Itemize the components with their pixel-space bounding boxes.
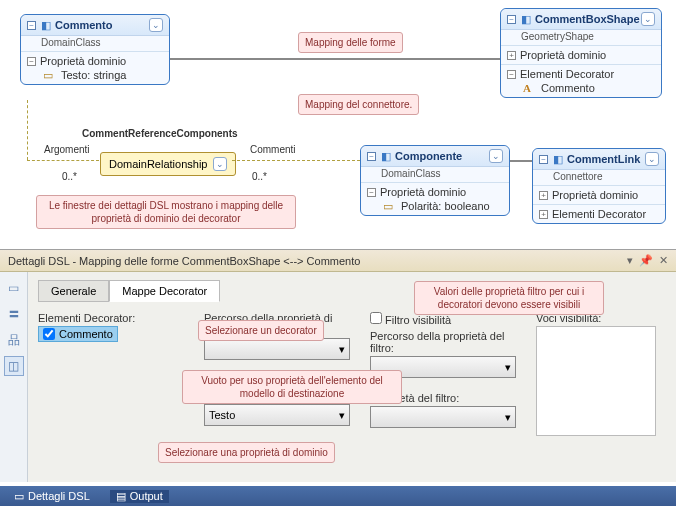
tool-btn-4[interactable]: ◫ bbox=[4, 356, 24, 376]
property-icon bbox=[43, 69, 57, 81]
shape-title: Commento bbox=[55, 19, 112, 31]
select-prop-filtro[interactable]: ▾ bbox=[370, 406, 516, 428]
shape-subtitle: DomainClass bbox=[21, 36, 169, 51]
chevron-icon[interactable]: ⌄ bbox=[213, 157, 227, 171]
role-right: Commenti bbox=[250, 144, 296, 155]
decorator-label: Commento bbox=[541, 82, 595, 94]
callout-select-domain-prop: Selezionare una proprietà di dominio bbox=[158, 442, 335, 463]
doc-icon: ▭ bbox=[14, 490, 24, 503]
tool-strip: ▭ 〓 品 ◫ bbox=[0, 272, 28, 482]
section-toggle[interactable]: + bbox=[539, 210, 548, 219]
listbox-voci-vis[interactable] bbox=[536, 326, 656, 436]
connector-line bbox=[510, 160, 532, 162]
shape-subtitle: DomainClass bbox=[361, 167, 509, 182]
close-icon[interactable]: ✕ bbox=[659, 254, 668, 267]
chevron-down-icon: ▾ bbox=[339, 343, 345, 356]
connector-line bbox=[170, 58, 500, 60]
collapse-toggle[interactable]: − bbox=[539, 155, 548, 164]
select-prop-vis[interactable]: Testo▾ bbox=[204, 404, 350, 426]
decorator-checkbox[interactable] bbox=[43, 328, 55, 340]
label-elementi-decorator: Elementi Decorator: bbox=[38, 312, 184, 324]
section-toggle[interactable]: − bbox=[507, 70, 516, 79]
property-label: Testo: stringa bbox=[61, 69, 126, 81]
details-main: Generale Mappe Decorator Elementi Decora… bbox=[28, 272, 676, 482]
role-left: Argomenti bbox=[44, 144, 90, 155]
text-icon bbox=[523, 82, 537, 94]
collapse-toggle[interactable]: − bbox=[367, 152, 376, 161]
callout-dsl-windows: Le finestre dei dettagli DSL mostrano i … bbox=[36, 195, 296, 229]
tool-btn-2[interactable]: 〓 bbox=[4, 304, 24, 324]
chevron-icon[interactable]: ⌄ bbox=[149, 18, 163, 32]
shape-subtitle: GeometryShape bbox=[501, 30, 661, 45]
connector-line bbox=[232, 160, 360, 161]
class-icon bbox=[381, 150, 395, 162]
chevron-icon[interactable]: ⌄ bbox=[489, 149, 503, 163]
decorator-item-label: Commento bbox=[59, 328, 113, 340]
mult-right: 0..* bbox=[252, 171, 267, 182]
class-icon bbox=[521, 13, 535, 25]
collapse-toggle[interactable]: − bbox=[27, 21, 36, 30]
statusbar: ▭Dettagli DSL ▤Output bbox=[0, 486, 676, 506]
details-title-text: Dettagli DSL - Mapping delle forme Comme… bbox=[8, 255, 360, 267]
label-percorso-filtro: Percorso della proprietà del filtro: bbox=[370, 330, 516, 354]
connector-icon bbox=[553, 153, 567, 165]
relationship-label: DomainRelationship bbox=[109, 158, 207, 170]
decorator-item[interactable]: Commento bbox=[38, 326, 118, 342]
callout-select-decorator: Selezionare un decorator bbox=[198, 320, 324, 341]
details-panel: Dettagli DSL - Mapping delle forme Comme… bbox=[0, 250, 676, 486]
shape-commentlink[interactable]: − CommentLink ⌄ Connettore +Proprietà do… bbox=[532, 148, 666, 224]
pin-icon[interactable]: 📌 bbox=[639, 254, 653, 267]
section-label: Elementi Decorator bbox=[552, 208, 646, 220]
diagram-canvas[interactable]: − Commento ⌄ DomainClass −Proprietà domi… bbox=[0, 0, 676, 250]
callout-mapping-connector: Mapping del connettore. bbox=[298, 94, 419, 115]
filtro-checkbox[interactable] bbox=[370, 312, 382, 324]
shape-commentboxshape[interactable]: − CommentBoxShape ⌄ GeometryShape +Propr… bbox=[500, 8, 662, 98]
callout-mapping-forms: Mapping delle forme bbox=[298, 32, 403, 53]
shape-commento[interactable]: − Commento ⌄ DomainClass −Proprietà domi… bbox=[20, 14, 170, 85]
callout-empty-dest: Vuoto per uso proprietà dell'elemento de… bbox=[182, 370, 402, 404]
tab-general[interactable]: Generale bbox=[38, 280, 109, 302]
connector-line bbox=[27, 100, 28, 160]
select-prop-vis-value: Testo bbox=[209, 409, 235, 421]
shape-title: CommentLink bbox=[567, 153, 640, 165]
details-titlebar: Dettagli DSL - Mapping delle forme Comme… bbox=[0, 250, 676, 272]
label-filtro-vis: Filtro visibilità bbox=[385, 314, 451, 326]
statusbar-dsl[interactable]: ▭Dettagli DSL bbox=[8, 490, 96, 503]
chevron-down-icon: ▾ bbox=[505, 411, 511, 424]
shape-title: Componente bbox=[395, 150, 462, 162]
select-percorso-vis[interactable]: ▾ bbox=[204, 338, 350, 360]
shape-title: CommentBoxShape bbox=[535, 13, 640, 25]
shape-subtitle: Connettore bbox=[533, 170, 665, 185]
chevron-icon[interactable]: ⌄ bbox=[641, 12, 655, 26]
connector-line bbox=[27, 160, 99, 161]
chevron-icon[interactable]: ⌄ bbox=[645, 152, 659, 166]
class-icon bbox=[41, 19, 55, 31]
section-toggle[interactable]: − bbox=[27, 57, 36, 66]
shape-componente[interactable]: − Componente ⌄ DomainClass −Proprietà do… bbox=[360, 145, 510, 216]
section-toggle[interactable]: − bbox=[367, 188, 376, 197]
callout-filter-values: Valori delle proprietà filtro per cui i … bbox=[414, 281, 604, 315]
output-icon: ▤ bbox=[116, 490, 126, 503]
dropdown-icon[interactable]: ▾ bbox=[627, 254, 633, 267]
property-label: Polarità: booleano bbox=[401, 200, 490, 212]
statusbar-output[interactable]: ▤Output bbox=[110, 490, 169, 503]
tab-decorator[interactable]: Mappe Decorator bbox=[109, 280, 220, 302]
section-label: Proprietà dominio bbox=[40, 55, 126, 67]
chevron-down-icon: ▾ bbox=[339, 409, 345, 422]
section-toggle[interactable]: + bbox=[507, 51, 516, 60]
section-label: Elementi Decorator bbox=[520, 68, 614, 80]
chevron-down-icon: ▾ bbox=[505, 361, 511, 374]
relationship-title: CommentReferenceComponents bbox=[82, 128, 238, 139]
section-toggle[interactable]: + bbox=[539, 191, 548, 200]
section-label: Proprietà dominio bbox=[552, 189, 638, 201]
tool-btn-3[interactable]: 品 bbox=[4, 330, 24, 350]
property-icon bbox=[383, 200, 397, 212]
section-label: Proprietà dominio bbox=[520, 49, 606, 61]
section-label: Proprietà dominio bbox=[380, 186, 466, 198]
mult-left: 0..* bbox=[62, 171, 77, 182]
collapse-toggle[interactable]: − bbox=[507, 15, 516, 24]
relationship-box[interactable]: DomainRelationship ⌄ bbox=[100, 152, 236, 176]
tool-btn-1[interactable]: ▭ bbox=[4, 278, 24, 298]
